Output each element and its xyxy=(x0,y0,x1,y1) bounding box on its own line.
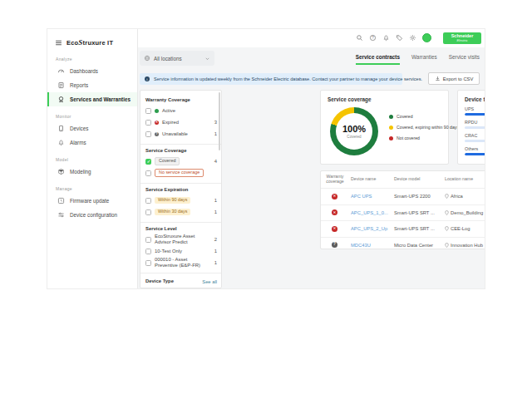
user-avatar[interactable] xyxy=(422,33,431,42)
sidebar-item-reports[interactable]: Reports xyxy=(47,78,137,92)
checkbox[interactable] xyxy=(145,209,151,215)
checkbox[interactable] xyxy=(145,260,151,266)
globe-icon xyxy=(144,55,150,62)
table-row[interactable]: APC_UPS_2_Up Smart-UPS SRT ... CEE-Log E… xyxy=(321,220,485,237)
coverage-bar-ups: UPS100% xyxy=(465,106,485,116)
checkbox[interactable] xyxy=(145,108,151,114)
filter-option-within-90-days[interactable]: Within 90 days 1 xyxy=(145,195,217,206)
warranty-badge-icon xyxy=(57,96,65,103)
cube-icon xyxy=(57,168,65,175)
filter-scrollbar[interactable] xyxy=(219,92,220,150)
filter-option-active[interactable]: Active xyxy=(145,105,217,116)
top-bar: ? Schneider Electric xyxy=(137,29,485,47)
sidebar-item-dashboards[interactable]: Dashboards xyxy=(47,64,137,78)
schneider-electric-logo: Schneider Electric xyxy=(443,32,481,44)
sidebar-item-label: Firmware update xyxy=(70,198,109,204)
sidebar-item-firmware-update[interactable]: Firmware update xyxy=(47,194,137,208)
location-selector-value: All locations xyxy=(154,56,201,62)
notifications-bell-icon[interactable] xyxy=(382,34,390,42)
coverage-bar-rpdu: RPDU xyxy=(465,120,485,129)
sidebar-item-services-and-warranties[interactable]: Services and Warranties xyxy=(47,92,137,106)
coverage-bar-others: Others100% xyxy=(465,146,485,155)
sidebar-item-label: Devices xyxy=(70,126,88,131)
tab-bar: Service contracts Warranties Service vis… xyxy=(356,54,480,65)
device-type-coverage-card: Device type service coverage UPS100% RPD… xyxy=(457,90,485,165)
info-banner: i Service information is updated weekly … xyxy=(140,73,402,85)
svg-text:?: ? xyxy=(372,36,374,40)
table-header-row: Warranty coverage Device name Device mod… xyxy=(321,171,485,188)
card-title: Service coverage xyxy=(328,96,441,102)
checkbox[interactable] xyxy=(145,120,151,126)
service-coverage-card: Service coverage 100% Covered Covered Co… xyxy=(320,90,449,165)
card-title: Device type service coverage xyxy=(465,96,485,102)
device-name-link[interactable]: MDC43U xyxy=(351,243,394,248)
filter-section-title: Device Type xyxy=(145,278,174,283)
filter-option-covered[interactable]: Covered 4 xyxy=(145,155,217,167)
settings-gear-icon[interactable] xyxy=(409,34,416,42)
table-row[interactable]: MDC43U Micro Data Center Innovation Hub … xyxy=(321,237,485,250)
sidebar-item-alarms[interactable]: Alarms xyxy=(47,135,137,150)
filter-option-10-test-only[interactable]: 10-Test Only 1 xyxy=(145,245,217,257)
filter-option-no-service-coverage[interactable]: No service coverage xyxy=(145,167,217,179)
filter-option-unavailable[interactable]: ? Unavailable 1 xyxy=(145,128,217,140)
checkbox[interactable] xyxy=(145,249,151,254)
legend-dot-not-covered xyxy=(389,136,393,140)
service-coverage-donut: 100% Covered xyxy=(330,107,378,155)
gauge-icon xyxy=(57,67,65,75)
filter-option-expired[interactable]: ✕ Expired 3 xyxy=(145,116,217,128)
device-name-link[interactable]: APC UPS xyxy=(351,194,394,199)
download-icon xyxy=(435,76,441,81)
tab-service-visits[interactable]: Service visits xyxy=(449,54,480,65)
info-icon: i xyxy=(144,76,150,82)
firmware-clock-icon xyxy=(57,197,65,204)
legend-dot-expiring xyxy=(389,126,393,130)
sidebar-item-devices[interactable]: Devices xyxy=(47,121,137,135)
export-to-csv-button[interactable]: Export to CSV xyxy=(428,72,480,85)
location-pin-icon xyxy=(445,194,449,199)
warranty-expired-icon xyxy=(332,194,337,200)
hamburger-menu-icon[interactable] xyxy=(55,39,62,47)
location-selector[interactable]: All locations xyxy=(140,51,214,66)
app-window: EcoStruxure IT Analyze Dashboards Report… xyxy=(47,29,485,288)
checkbox[interactable] xyxy=(145,170,151,176)
device-name-link[interactable]: APC_UPS_1_0... xyxy=(351,210,394,215)
see-all-link[interactable]: See all xyxy=(202,279,217,284)
table-row[interactable]: APC_UPS_1_0... Smart-UPS SRT ... Demo_Bu… xyxy=(321,204,485,221)
nav-section-monitor: Monitor xyxy=(47,106,137,121)
nav-section-model: Model xyxy=(47,150,137,165)
nav-section-analyze: Analyze xyxy=(47,49,137,64)
sidebar-item-label: Dashboards xyxy=(70,68,98,74)
filter-section-title: Service Level xyxy=(145,226,217,231)
donut-legend: Covered Covered, expiring within 90 days… xyxy=(389,114,459,140)
sidebar-item-label: Device configuration xyxy=(70,212,117,218)
tab-warranties[interactable]: Warranties xyxy=(411,54,437,65)
sidebar-item-label: Alarms xyxy=(70,140,86,145)
tab-service-contracts[interactable]: Service contracts xyxy=(356,54,400,65)
filter-option-within-30-days[interactable]: Within 30 days 1 xyxy=(145,206,217,218)
sidebar-item-device-configuration[interactable]: Device configuration xyxy=(47,208,137,222)
main-content: All locations Service contracts Warranti… xyxy=(137,47,485,288)
warranty-unavailable-icon xyxy=(332,242,337,248)
legend-dot-covered xyxy=(389,115,393,119)
tag-icon[interactable] xyxy=(396,34,403,42)
sidebar: EcoStruxure IT Analyze Dashboards Report… xyxy=(47,29,138,288)
location-pin-icon xyxy=(445,210,449,215)
donut-center-value: 100% xyxy=(342,125,366,134)
warranty-expired-icon xyxy=(332,226,337,232)
filter-section-title: Service Expiration xyxy=(145,187,217,192)
checkbox[interactable] xyxy=(145,237,151,243)
help-icon[interactable]: ? xyxy=(369,34,377,42)
device-icon xyxy=(57,125,65,132)
checkbox-checked[interactable] xyxy=(145,159,151,165)
sidebar-item-modeling[interactable]: Modeling xyxy=(47,165,137,179)
table-row[interactable]: APC UPS Smart-UPS 2200 Africa 10-Test On… xyxy=(321,188,485,204)
checkbox[interactable] xyxy=(145,198,151,204)
status-dot-unavailable: ? xyxy=(155,132,159,136)
search-icon[interactable] xyxy=(356,34,363,42)
device-name-link[interactable]: APC_UPS_2_Up xyxy=(351,226,394,231)
coverage-bar-crac: CRAC xyxy=(465,133,485,142)
filter-option-asset-advisor[interactable]: EcoStruxure Asset Advisor Predict 2 xyxy=(145,234,217,245)
checkbox[interactable] xyxy=(145,131,151,137)
filter-option-asset-preventive[interactable]: 000010 - Asset Preventive (E&P-FR) 1 xyxy=(145,257,217,268)
chevron-down-icon xyxy=(204,56,210,62)
